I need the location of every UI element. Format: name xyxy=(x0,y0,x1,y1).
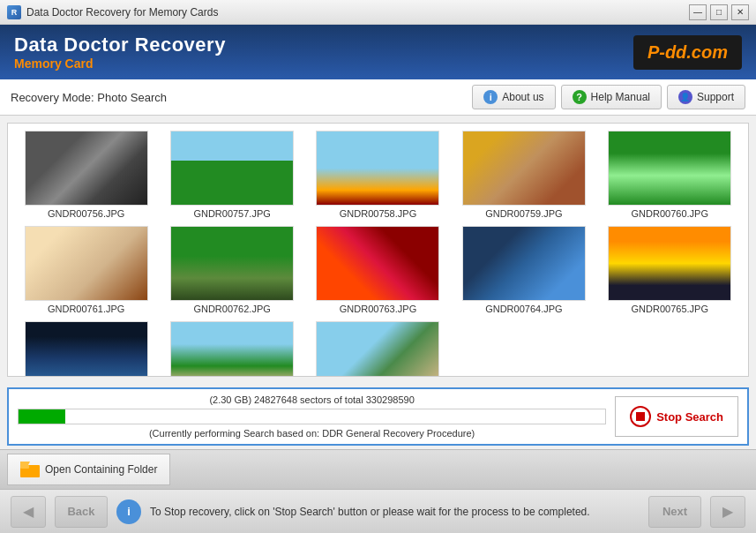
svg-rect-1 xyxy=(20,465,29,469)
main-content: GNDR00756.JPGGNDR00757.JPGGNDR00758.JPGG… xyxy=(7,123,749,377)
stop-search-label: Stop Search xyxy=(656,410,723,424)
image-filename-label: GNDR00762.JPG xyxy=(193,304,270,314)
help-manual-button[interactable]: ? Help Manual xyxy=(561,85,662,109)
app-icon: R xyxy=(7,5,21,19)
app-header: Data Doctor Recovery Memory Card P-dd.co… xyxy=(0,25,756,79)
image-thumbnail xyxy=(316,321,439,376)
title-bar: R Data Doctor Recovery for Memory Cards … xyxy=(0,0,756,25)
support-icon: 👤 xyxy=(678,90,692,104)
back-arrow-button[interactable]: ◀ xyxy=(11,496,46,528)
nav-buttons: i About us ? Help Manual 👤 Support xyxy=(472,85,745,109)
bottom-nav-bar: ◀ Back i To Stop recovery, click on 'Sto… xyxy=(0,489,756,533)
about-us-button[interactable]: i About us xyxy=(472,85,555,109)
image-thumbnail xyxy=(316,131,439,206)
image-thumbnail xyxy=(25,131,148,206)
folder-icon xyxy=(20,462,40,477)
image-filename-label: GNDR00761.JPG xyxy=(48,304,124,314)
minimize-button[interactable]: — xyxy=(689,4,707,20)
image-filename-label: GNDR00760.JPG xyxy=(632,208,708,219)
list-item[interactable]: GNDR00767.JPG xyxy=(161,321,303,376)
image-thumbnail xyxy=(25,226,148,301)
image-thumbnail xyxy=(170,226,294,301)
list-item[interactable]: GNDR00760.JPG xyxy=(599,131,741,219)
back-text-button[interactable]: Back xyxy=(55,496,108,528)
image-thumbnail xyxy=(170,321,294,376)
image-filename-label: GNDR00764.JPG xyxy=(485,304,562,314)
bottom-folder-row: Open Containing Folder xyxy=(0,449,756,489)
stop-search-button[interactable]: Stop Search xyxy=(615,396,738,437)
brand-text: P-dd.com xyxy=(647,42,728,62)
nav-bar: Recovery Mode: Photo Search i About us ?… xyxy=(0,79,756,116)
help-icon: ? xyxy=(573,90,587,104)
next-arrow-button[interactable]: ▶ xyxy=(710,496,745,528)
image-thumbnail xyxy=(608,226,731,301)
next-label: Next xyxy=(662,505,687,518)
image-filename-label: GNDR00759.JPG xyxy=(485,208,562,219)
image-filename-label: GNDR00758.JPG xyxy=(340,208,416,219)
info-icon: i xyxy=(483,90,498,104)
status-bar: (2.30 GB) 24827648 sectors of total 3302… xyxy=(7,387,749,446)
maximize-button[interactable]: □ xyxy=(710,4,728,20)
recovery-mode-label: Recovery Mode: Photo Search xyxy=(11,91,167,104)
image-filename-label: GNDR00756.JPG xyxy=(48,208,124,219)
bottom-hint-text: To Stop recovery, click on 'Stop Search'… xyxy=(150,506,640,518)
image-filename-label: GNDR00765.JPG xyxy=(632,304,708,314)
app-title-section: Data Doctor Recovery Memory Card xyxy=(14,34,226,71)
open-folder-button[interactable]: Open Containing Folder xyxy=(7,454,170,485)
list-item[interactable]: GNDR00768.JPG xyxy=(307,321,449,376)
list-item[interactable]: GNDR00766.JPG xyxy=(15,321,157,376)
image-thumbnail xyxy=(170,131,294,206)
support-label: Support xyxy=(697,91,734,103)
list-item[interactable]: GNDR00765.JPG xyxy=(599,226,741,314)
help-manual-label: Help Manual xyxy=(591,91,650,103)
list-item[interactable]: GNDR00757.JPG xyxy=(161,131,303,219)
progress-bar-outer xyxy=(18,409,606,424)
list-item[interactable]: GNDR00761.JPG xyxy=(15,226,157,314)
back-label: Back xyxy=(67,505,94,518)
svg-marker-2 xyxy=(20,462,30,465)
image-thumbnail xyxy=(462,226,586,301)
image-thumbnail xyxy=(462,131,586,206)
about-us-label: About us xyxy=(502,91,543,103)
hint-info-icon: i xyxy=(116,499,141,524)
list-item[interactable]: GNDR00758.JPG xyxy=(307,131,449,219)
app-title: Data Doctor Recovery xyxy=(14,34,226,56)
open-folder-label: Open Containing Folder xyxy=(45,463,157,476)
support-button[interactable]: 👤 Support xyxy=(667,85,745,109)
progress-bar-inner xyxy=(19,409,65,424)
next-text-button[interactable]: Next xyxy=(648,496,701,528)
image-filename-label: GNDR00763.JPG xyxy=(340,304,416,314)
status-left: (2.30 GB) 24827648 sectors of total 3302… xyxy=(18,394,606,439)
window-title: Data Doctor Recovery for Memory Cards xyxy=(26,6,218,19)
status-sub-text: (Currently performing Search based on: D… xyxy=(18,428,606,439)
close-button[interactable]: ✕ xyxy=(731,4,749,20)
image-thumbnail xyxy=(608,131,731,206)
list-item[interactable]: GNDR00759.JPG xyxy=(453,131,595,219)
list-item[interactable]: GNDR00756.JPG xyxy=(15,131,157,219)
list-item[interactable]: GNDR00764.JPG xyxy=(453,226,595,314)
status-text: (2.30 GB) 24827648 sectors of total 3302… xyxy=(18,394,606,405)
list-item[interactable]: GNDR00763.JPG xyxy=(307,226,449,314)
stop-square xyxy=(636,412,645,421)
image-grid[interactable]: GNDR00756.JPGGNDR00757.JPGGNDR00758.JPGG… xyxy=(8,124,748,376)
list-item[interactable]: GNDR00762.JPG xyxy=(161,226,303,314)
title-bar-controls: — □ ✕ xyxy=(689,4,749,20)
stop-icon xyxy=(630,406,651,427)
image-thumbnail xyxy=(25,321,148,376)
image-filename-label: GNDR00757.JPG xyxy=(193,208,270,219)
app-subtitle: Memory Card xyxy=(14,56,226,71)
brand-badge: P-dd.com xyxy=(633,35,742,70)
title-bar-left: R Data Doctor Recovery for Memory Cards xyxy=(7,5,218,19)
image-thumbnail xyxy=(316,226,439,301)
